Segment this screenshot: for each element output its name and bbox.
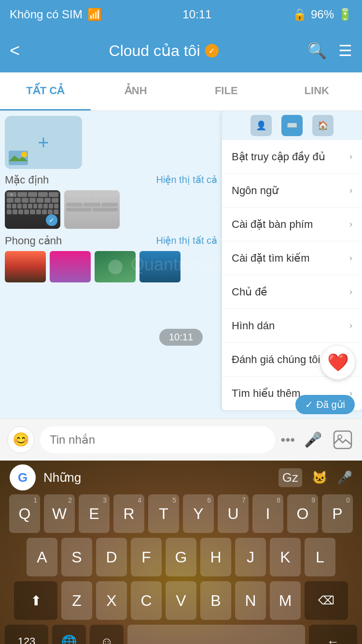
key-G[interactable]: G — [166, 538, 196, 576]
key-U[interactable]: 7U — [218, 494, 249, 533]
key-row-bottom: 123 🌐 ☺ ← — [0, 625, 362, 644]
key-C[interactable]: C — [131, 581, 162, 620]
key-N[interactable]: N — [235, 581, 266, 620]
image-icon — [333, 430, 352, 449]
header-title-area: Cloud của tôi ✓ — [109, 42, 219, 60]
mic-toolbar-icon[interactable]: 🎤 — [337, 470, 352, 485]
chevron-icon: › — [349, 321, 352, 331]
key-R[interactable]: 4R — [113, 494, 144, 533]
chevron-icon: › — [349, 152, 352, 162]
battery-label: 96% — [311, 8, 334, 21]
tab-file[interactable]: FILE — [181, 72, 272, 111]
key-V[interactable]: V — [166, 581, 196, 620]
back-button[interactable]: < — [10, 41, 20, 61]
key-A[interactable]: A — [27, 538, 57, 576]
landscape-thumb-3[interactable] — [95, 251, 136, 282]
verified-badge: ✓ — [205, 44, 219, 57]
key-O[interactable]: 9O — [287, 494, 318, 533]
key-space[interactable] — [127, 625, 305, 644]
landscape-thumb-4[interactable] — [139, 251, 181, 282]
key-B[interactable]: B — [200, 581, 231, 620]
carrier-label: Không có SIM — [10, 8, 83, 21]
key-W[interactable]: 2W — [44, 494, 75, 533]
tab-all[interactable]: TẤT CẢ — [0, 72, 91, 111]
key-row-3: ⬆ Z X C V B N M ⌫ — [0, 581, 362, 620]
search-icon[interactable]: 🔍 — [307, 42, 327, 60]
key-T[interactable]: 5T — [148, 494, 179, 533]
menu-item-full-access[interactable]: Bật truy cập đầy đủ › — [222, 140, 362, 174]
header-icons: 🔍 ☰ — [307, 42, 352, 60]
chevron-icon: › — [349, 253, 352, 263]
mic-icon: 🎤 — [304, 431, 322, 448]
menu-item-search-settings[interactable]: Cài đặt tìm kiếm › — [222, 241, 362, 275]
svg-point-2 — [21, 152, 27, 157]
menu-icon-keyboard[interactable]: ⌨️ — [281, 115, 303, 136]
tab-link[interactable]: LINK — [272, 72, 362, 111]
key-return[interactable]: ← — [309, 625, 357, 644]
key-J[interactable]: J — [235, 538, 266, 576]
section-default: Mặc định Hiện thị tất cả — [5, 174, 217, 186]
key-I[interactable]: 8I — [252, 494, 283, 533]
emoji-button[interactable]: 😊 — [7, 426, 34, 453]
key-Q[interactable]: 1Q — [9, 494, 40, 533]
key-K[interactable]: K — [270, 538, 301, 576]
key-E[interactable]: 3E — [79, 494, 110, 533]
heart-button[interactable]: ❤️ — [321, 346, 355, 379]
image-button[interactable] — [331, 426, 355, 453]
keyboard-thumb-dark[interactable]: G ✓ — [5, 190, 60, 229]
landscape-thumbnails — [5, 251, 217, 282]
svg-point-4 — [338, 435, 342, 439]
add-keyboard-button[interactable]: + — [5, 116, 82, 169]
translate-icon[interactable]: Gz — [278, 468, 302, 487]
key-Y[interactable]: 6Y — [183, 494, 214, 533]
key-numbers[interactable]: 123 — [5, 625, 48, 644]
keyboard-toolbar: G Những Gz 🐱 🎤 — [0, 461, 362, 494]
key-P[interactable]: 0P — [322, 494, 353, 533]
menu-icon-home[interactable]: 🏠 — [312, 115, 334, 136]
landscape-thumb-1[interactable] — [5, 251, 46, 282]
chevron-icon: › — [349, 287, 352, 297]
section-landscape: Phong cảnh Hiện thị tất cả — [5, 235, 217, 247]
sticker-icon[interactable]: 🐱 — [312, 470, 327, 485]
show-all-default[interactable]: Hiện thị tất cả — [156, 174, 217, 186]
time-display: 10:11 — [182, 8, 211, 21]
key-D[interactable]: D — [96, 538, 127, 576]
chevron-icon: › — [349, 185, 352, 196]
section-landscape-label: Phong cảnh — [5, 235, 62, 247]
mic-button[interactable]: 🎤 — [301, 426, 325, 453]
menu-item-theme[interactable]: Chủ đề › — [222, 275, 362, 309]
keyboard-thumb-light[interactable] — [64, 190, 120, 229]
key-S[interactable]: S — [61, 538, 92, 576]
dots-button[interactable]: ••• — [281, 432, 295, 448]
key-shift[interactable]: ⬆ — [14, 581, 57, 620]
keyboard-word-suggestion: Những — [43, 470, 81, 485]
show-all-landscape[interactable]: Hiện thị tất cả — [156, 235, 217, 247]
battery-icon: 🔋 — [338, 8, 352, 21]
message-input[interactable] — [40, 426, 275, 453]
key-H[interactable]: H — [200, 538, 231, 576]
key-delete[interactable]: ⌫ — [305, 581, 348, 620]
main-content: + Mặc định Hiện thị tất cả G — [0, 111, 362, 418]
lock-icon: 🔒 — [292, 8, 307, 21]
menu-item-language[interactable]: Ngôn ngữ › — [222, 174, 362, 208]
menu-item-keyboard-settings[interactable]: Cài đặt bàn phím › — [222, 208, 362, 241]
send-button[interactable]: ✓ Đã gửi — [295, 395, 355, 414]
keyboard-toolbar-icons: Gz 🐱 🎤 — [278, 468, 352, 487]
menu-icon-person[interactable]: 👤 — [251, 115, 272, 136]
time-bubble: 10:11 — [159, 329, 203, 346]
key-Z[interactable]: Z — [61, 581, 92, 620]
key-F[interactable]: F — [131, 538, 162, 576]
menu-item-sticker[interactable]: Hình dán › — [222, 309, 362, 343]
key-globe[interactable]: 🌐 — [52, 625, 86, 644]
menu-icon[interactable]: ☰ — [338, 42, 352, 60]
key-M[interactable]: M — [270, 581, 301, 620]
key-emoji[interactable]: ☺ — [90, 625, 124, 644]
key-L[interactable]: L — [305, 538, 335, 576]
left-panel: + Mặc định Hiện thị tất cả G — [0, 111, 222, 418]
emoji-icon: 😊 — [13, 432, 29, 448]
tab-photo[interactable]: ẢNH — [91, 72, 181, 111]
landscape-thumb-2[interactable] — [50, 251, 91, 282]
key-X[interactable]: X — [96, 581, 127, 620]
keyboard-thumbnails: G ✓ — [5, 190, 217, 229]
google-logo: G — [10, 464, 36, 490]
